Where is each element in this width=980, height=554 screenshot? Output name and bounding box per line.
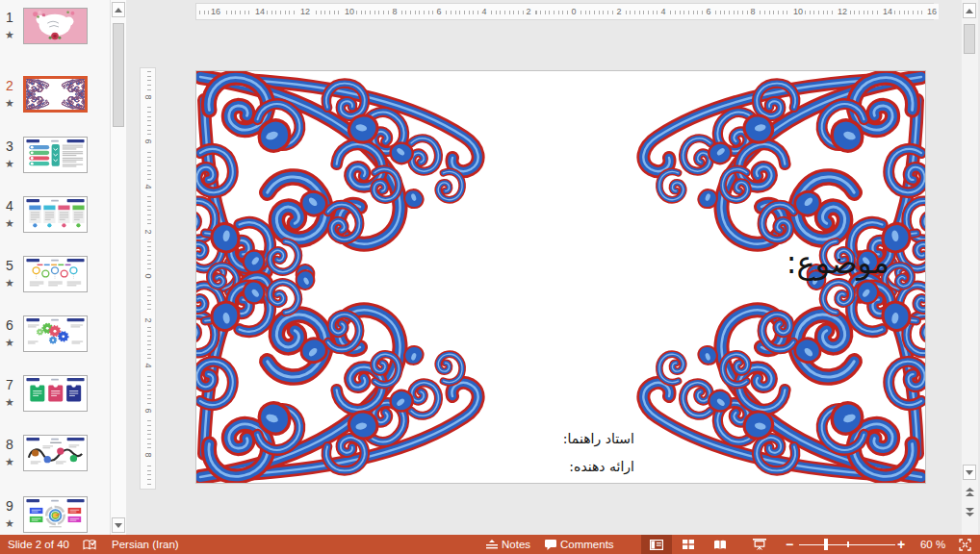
slide-title-placeholder[interactable]: موضوع:	[787, 244, 890, 281]
vertical-ruler: 8 6 4 2 0 2 4 6 8	[140, 67, 156, 490]
thumb-scroll-thumb[interactable]	[113, 23, 124, 127]
scroll-down-button[interactable]	[963, 465, 976, 480]
thumb-1-art	[24, 9, 87, 43]
ruler-number: 4	[479, 4, 488, 19]
ruler-number: 0	[142, 269, 154, 283]
ruler-number: 0	[569, 4, 578, 19]
ruler-number: 8	[390, 4, 399, 19]
ruler-number: 6	[142, 135, 154, 148]
ruler-number: 6	[142, 404, 154, 417]
slide-sorter-icon	[683, 540, 694, 549]
thumb-5-art	[24, 257, 87, 291]
zoom-level-button[interactable]: 60 %	[913, 535, 953, 554]
animation-star-icon: ★	[5, 277, 14, 290]
notes-icon	[486, 540, 498, 549]
ruler-number: 12	[836, 4, 849, 19]
animation-star-icon: ★	[5, 97, 14, 110]
slide-number: 3	[6, 138, 13, 154]
zoom-slider-thumb[interactable]	[824, 539, 828, 550]
zoom-in-button[interactable]: +	[893, 535, 909, 554]
reading-view-icon	[713, 540, 727, 550]
slide-sorter-view-button[interactable]	[674, 535, 703, 554]
animation-star-icon: ★	[5, 517, 14, 530]
ruler-number: 16	[209, 4, 222, 19]
zoom-slider[interactable]	[799, 535, 895, 554]
slide-thumbnail-4[interactable]	[23, 196, 88, 233]
fit-slide-to-window-button[interactable]	[953, 535, 976, 554]
ruler-number: 2	[142, 314, 154, 327]
ruler-number: 6	[434, 4, 443, 19]
animation-star-icon: ★	[5, 217, 14, 230]
zoom-out-button[interactable]: −	[782, 535, 797, 554]
slide-number: 7	[6, 377, 13, 392]
scroll-thumb[interactable]	[964, 24, 975, 54]
ruler-number: 4	[658, 4, 667, 19]
ruler-number: 4	[142, 359, 154, 372]
zoom-slider-track[interactable]	[799, 535, 895, 554]
slide-number: 4	[6, 198, 13, 214]
slide-counter[interactable]: Slide 2 of 40	[8, 535, 69, 554]
slide-thumbnail-pane: 1 ★ 2 ★ 3 ★	[0, 0, 126, 535]
ruler-number: 2	[142, 225, 154, 239]
slide-canvas[interactable]: موضوع: استاد راهنما: ارائه دهنده:	[195, 70, 926, 484]
slide-number: 6	[6, 317, 13, 333]
status-bar: Slide 2 of 40 Persian (Iran) Notes Comme…	[0, 535, 980, 554]
comments-icon	[545, 540, 556, 550]
slide-number: 5	[6, 258, 13, 273]
scroll-up-button[interactable]	[963, 3, 976, 18]
ruler-number: 6	[704, 4, 712, 19]
thumb-scroll-up-button[interactable]	[112, 2, 125, 17]
main-vertical-scrollbar[interactable]	[962, 0, 978, 535]
thumbnail-pane-scrollbar[interactable]	[110, 0, 126, 535]
ruler-number: 14	[253, 4, 267, 19]
fit-to-window-icon	[959, 539, 971, 551]
triangle-down-icon	[115, 523, 122, 528]
comments-button[interactable]: Comments	[545, 535, 614, 554]
slide-thumbnail-9[interactable]	[23, 496, 88, 533]
ruler-number: 12	[298, 4, 312, 19]
comments-label: Comments	[560, 535, 614, 554]
slideshow-view-button[interactable]	[743, 535, 776, 554]
slide-thumbnail-2-selected[interactable]	[23, 76, 88, 113]
language-indicator[interactable]: Persian (Iran)	[112, 535, 179, 554]
ruler-number: 8	[748, 4, 757, 19]
slide-number: 8	[6, 437, 13, 452]
reading-view-button[interactable]	[706, 535, 735, 554]
ruler-number: 16	[925, 4, 939, 19]
slide-credits-placeholder[interactable]: استاد راهنما: ارائه دهنده:	[563, 425, 634, 481]
normal-view-button[interactable]	[641, 535, 672, 554]
slide-thumbnail-1[interactable]	[23, 8, 88, 44]
slide-thumbnail-5[interactable]	[23, 256, 88, 292]
animation-star-icon: ★	[5, 29, 14, 41]
slide-thumbnail-7[interactable]	[23, 375, 88, 412]
spell-check-icon	[83, 539, 97, 551]
double-chevron-down-icon	[966, 507, 974, 516]
slide-thumbnail-8[interactable]	[23, 435, 88, 471]
spell-check-button[interactable]	[79, 535, 100, 554]
ruler-number: 4	[142, 180, 154, 193]
supervisor-label: استاد راهنما:	[563, 425, 634, 453]
presenter-label: ارائه دهنده:	[563, 453, 634, 481]
zoom-slider-midpoint	[847, 541, 849, 547]
slide-number: 2	[6, 78, 13, 93]
animation-star-icon: ★	[5, 337, 14, 349]
horizontal-ruler: 16 14 12 10 8 6 4 2 0 2 4 6 8 10 12 14 1…	[195, 3, 934, 20]
previous-slide-button[interactable]	[963, 485, 976, 500]
slide-thumbnail-6[interactable]	[23, 315, 88, 352]
thumb-8-art	[24, 436, 87, 470]
notes-label: Notes	[502, 535, 530, 554]
ruler-number: 2	[614, 4, 623, 19]
thumb-2-art	[26, 79, 85, 110]
thumb-7-art	[24, 376, 87, 411]
next-slide-button[interactable]	[963, 504, 976, 519]
animation-star-icon: ★	[5, 456, 14, 468]
ruler-number: 10	[791, 4, 805, 19]
notes-button[interactable]: Notes	[486, 535, 530, 554]
animation-star-icon: ★	[5, 158, 14, 170]
thumb-scroll-down-button[interactable]	[112, 517, 125, 533]
ruler-number: 8	[142, 90, 154, 104]
double-chevron-up-icon	[966, 488, 974, 497]
slide-thumbnail-3[interactable]	[23, 137, 88, 173]
slideshow-icon	[753, 539, 766, 550]
powerpoint-window: 1 ★ 2 ★ 3 ★	[0, 0, 980, 554]
